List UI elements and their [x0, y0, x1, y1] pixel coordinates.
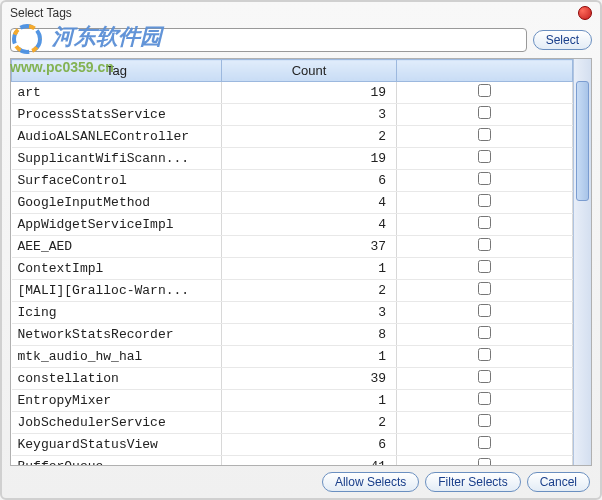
- cell-count: 19: [222, 148, 397, 170]
- table-row[interactable]: KeyguardStatusView6: [12, 434, 573, 456]
- cell-tag: GoogleInputMethod: [12, 192, 222, 214]
- cell-tag: KeyguardStatusView: [12, 434, 222, 456]
- cell-count: 37: [222, 236, 397, 258]
- row-checkbox[interactable]: [478, 282, 491, 295]
- cell-count: 8: [222, 324, 397, 346]
- cell-count: 3: [222, 302, 397, 324]
- cell-count: 6: [222, 434, 397, 456]
- cell-check: [397, 346, 573, 368]
- close-icon[interactable]: [578, 6, 592, 20]
- table-row[interactable]: ContextImpl1: [12, 258, 573, 280]
- row-checkbox[interactable]: [478, 260, 491, 273]
- cell-check: [397, 192, 573, 214]
- vertical-scrollbar[interactable]: [573, 59, 591, 465]
- table-row[interactable]: GoogleInputMethod4: [12, 192, 573, 214]
- cell-check: [397, 148, 573, 170]
- cell-tag: Icing: [12, 302, 222, 324]
- scrollbar-thumb[interactable]: [576, 81, 589, 201]
- row-checkbox[interactable]: [478, 194, 491, 207]
- cell-tag: AudioALSANLEController: [12, 126, 222, 148]
- cell-tag: EntropyMixer: [12, 390, 222, 412]
- row-checkbox[interactable]: [478, 370, 491, 383]
- cell-count: 4: [222, 192, 397, 214]
- cell-tag: NetworkStatsRecorder: [12, 324, 222, 346]
- cell-tag: art: [12, 82, 222, 104]
- cell-check: [397, 236, 573, 258]
- table-row[interactable]: EntropyMixer1: [12, 390, 573, 412]
- row-checkbox[interactable]: [478, 326, 491, 339]
- cell-tag: [MALI][Gralloc-Warn...: [12, 280, 222, 302]
- table-row[interactable]: JobSchedulerService2: [12, 412, 573, 434]
- cell-tag: ProcessStatsService: [12, 104, 222, 126]
- row-checkbox[interactable]: [478, 348, 491, 361]
- row-checkbox[interactable]: [478, 216, 491, 229]
- cell-tag: SurfaceControl: [12, 170, 222, 192]
- cell-tag: AEE_AED: [12, 236, 222, 258]
- table-row[interactable]: ProcessStatsService3: [12, 104, 573, 126]
- table-row[interactable]: SurfaceControl6: [12, 170, 573, 192]
- footer-buttons: Allow Selects Filter Selects Cancel: [322, 472, 590, 492]
- row-checkbox[interactable]: [478, 106, 491, 119]
- select-button[interactable]: Select: [533, 30, 592, 50]
- cell-count: 3: [222, 104, 397, 126]
- row-checkbox[interactable]: [478, 238, 491, 251]
- cell-check: [397, 104, 573, 126]
- filter-selects-button[interactable]: Filter Selects: [425, 472, 520, 492]
- row-checkbox[interactable]: [478, 414, 491, 427]
- row-checkbox[interactable]: [478, 436, 491, 449]
- search-input[interactable]: [10, 28, 527, 52]
- table-row[interactable]: NetworkStatsRecorder8: [12, 324, 573, 346]
- row-checkbox[interactable]: [478, 150, 491, 163]
- table-row[interactable]: [MALI][Gralloc-Warn...2: [12, 280, 573, 302]
- table-row[interactable]: AudioALSANLEController2: [12, 126, 573, 148]
- table-scroll: Tag Count art19ProcessStatsService3Audio…: [11, 59, 573, 465]
- cell-count: 6: [222, 170, 397, 192]
- cell-count: 39: [222, 368, 397, 390]
- column-header-check[interactable]: [397, 60, 573, 82]
- cell-check: [397, 126, 573, 148]
- cell-count: 1: [222, 390, 397, 412]
- table-container: Tag Count art19ProcessStatsService3Audio…: [10, 58, 592, 466]
- column-header-tag[interactable]: Tag: [12, 60, 222, 82]
- table-row[interactable]: constellation39: [12, 368, 573, 390]
- cell-tag: JobSchedulerService: [12, 412, 222, 434]
- column-header-count[interactable]: Count: [222, 60, 397, 82]
- cell-tag: constellation: [12, 368, 222, 390]
- row-checkbox[interactable]: [478, 458, 491, 465]
- allow-selects-button[interactable]: Allow Selects: [322, 472, 419, 492]
- cell-check: [397, 214, 573, 236]
- table-row[interactable]: Icing3: [12, 302, 573, 324]
- cell-count: 41: [222, 456, 397, 466]
- search-row: Select: [2, 24, 600, 56]
- cell-check: [397, 456, 573, 466]
- tags-table: Tag Count art19ProcessStatsService3Audio…: [11, 59, 573, 465]
- cell-check: [397, 412, 573, 434]
- table-row[interactable]: AEE_AED37: [12, 236, 573, 258]
- table-row[interactable]: art19: [12, 82, 573, 104]
- row-checkbox[interactable]: [478, 128, 491, 141]
- cell-count: 1: [222, 346, 397, 368]
- row-checkbox[interactable]: [478, 172, 491, 185]
- cell-tag: ContextImpl: [12, 258, 222, 280]
- cell-tag: AppWidgetServiceImpl: [12, 214, 222, 236]
- cell-check: [397, 170, 573, 192]
- cell-check: [397, 258, 573, 280]
- cell-tag: SupplicantWifiScann...: [12, 148, 222, 170]
- row-checkbox[interactable]: [478, 304, 491, 317]
- row-checkbox[interactable]: [478, 392, 491, 405]
- cell-count: 2: [222, 126, 397, 148]
- cancel-button[interactable]: Cancel: [527, 472, 590, 492]
- table-row[interactable]: mtk_audio_hw_hal1: [12, 346, 573, 368]
- cell-count: 19: [222, 82, 397, 104]
- cell-count: 2: [222, 280, 397, 302]
- table-row[interactable]: AppWidgetServiceImpl4: [12, 214, 573, 236]
- row-checkbox[interactable]: [478, 84, 491, 97]
- table-row[interactable]: BufferQueue41: [12, 456, 573, 466]
- table-row[interactable]: SupplicantWifiScann...19: [12, 148, 573, 170]
- select-tags-dialog: Select Tags 河东软件园 www.pc0359.cn Select T…: [0, 0, 602, 500]
- cell-count: 2: [222, 412, 397, 434]
- dialog-title: Select Tags: [10, 6, 72, 20]
- cell-check: [397, 434, 573, 456]
- cell-check: [397, 368, 573, 390]
- cell-check: [397, 390, 573, 412]
